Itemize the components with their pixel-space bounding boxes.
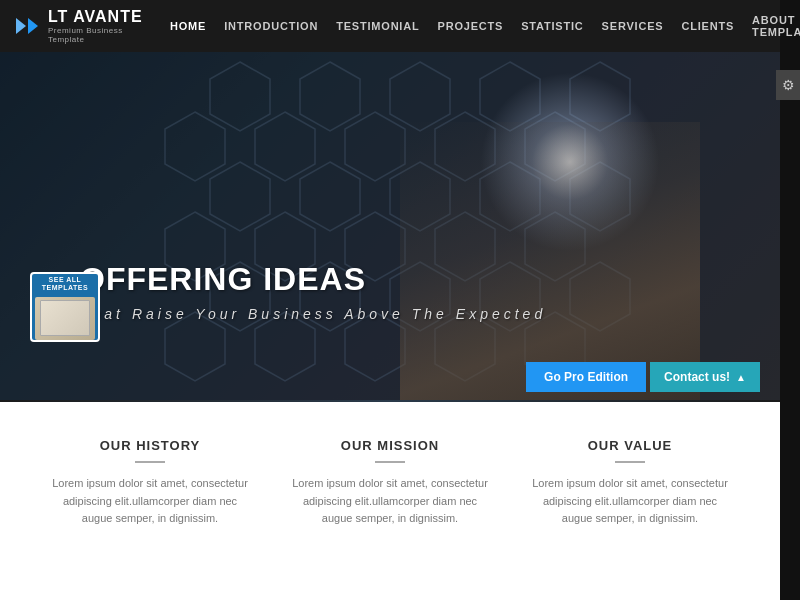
info-col-mission: OUR MISSION Lorem ipsum dolor sit amet, … [270, 438, 510, 528]
nav-statistic[interactable]: STATISTIC [521, 20, 583, 32]
info-col-value: OUR VALUE Lorem ipsum dolor sit amet, co… [510, 438, 750, 528]
go-pro-button[interactable]: Go Pro Edition [526, 362, 646, 392]
template-badge[interactable]: SEE ALL TEMPLATES [30, 272, 100, 342]
col-history-text: Lorem ipsum dolor sit amet, consectetur … [50, 475, 250, 528]
col-history-title: OUR HISTORY [50, 438, 250, 453]
logo-name: LT AVANTE [48, 8, 154, 26]
col-history-divider [135, 461, 165, 463]
nav-home[interactable]: HOME [170, 20, 206, 32]
contact-label: Contact us! [664, 370, 730, 384]
gear-icon: ⚙ [782, 77, 795, 93]
nav-services[interactable]: SERVICES [602, 20, 664, 32]
badge-label: SEE ALL TEMPLATES [32, 274, 98, 295]
col-mission-text: Lorem ipsum dolor sit amet, consectetur … [290, 475, 490, 528]
cta-buttons: Go Pro Edition Contact us! ▲ [526, 362, 760, 392]
nav-about-template[interactable]: ABOUT TEMPLATE [752, 14, 800, 38]
badge-image [35, 297, 95, 340]
hero-subtitle: That Raise Your Business Above The Expec… [80, 306, 546, 322]
arrow-chevron-1 [16, 18, 26, 34]
nav-projects[interactable]: PROJECTS [438, 20, 504, 32]
hero-content: OFFERING IDEAS That Raise Your Business … [80, 261, 546, 322]
chevron-up-icon: ▲ [736, 372, 746, 383]
info-col-history: OUR HISTORY Lorem ipsum dolor sit amet, … [30, 438, 270, 528]
nav-clients[interactable]: CLIENTS [681, 20, 734, 32]
navbar: LT AVANTE Premium Business Template HOME… [0, 0, 780, 52]
logo-tagline: Premium Business Template [48, 26, 154, 44]
settings-button[interactable]: ⚙ [776, 70, 800, 100]
info-columns-container: OUR HISTORY Lorem ipsum dolor sit amet, … [0, 402, 780, 600]
col-value-title: OUR VALUE [530, 438, 730, 453]
col-mission-divider [375, 461, 405, 463]
logo-area: LT AVANTE Premium Business Template [0, 8, 170, 44]
hero-title: OFFERING IDEAS [80, 261, 546, 298]
logo-arrows [16, 18, 40, 34]
contact-button[interactable]: Contact us! ▲ [650, 362, 760, 392]
nav-testimonial[interactable]: TESTIMONIAL [336, 20, 419, 32]
arrow-chevron-2 [28, 18, 38, 34]
col-mission-title: OUR MISSION [290, 438, 490, 453]
info-section: OUR HISTORY Lorem ipsum dolor sit amet, … [0, 402, 780, 600]
hero-section: OFFERING IDEAS That Raise Your Business … [0, 52, 780, 402]
nav-introduction[interactable]: INTRODUCTION [224, 20, 318, 32]
col-value-text: Lorem ipsum dolor sit amet, consectetur … [530, 475, 730, 528]
col-value-divider [615, 461, 645, 463]
logo-text: LT AVANTE Premium Business Template [48, 8, 154, 44]
nav-links: HOME INTRODUCTION TESTIMONIAL PROJECTS S… [170, 13, 800, 40]
